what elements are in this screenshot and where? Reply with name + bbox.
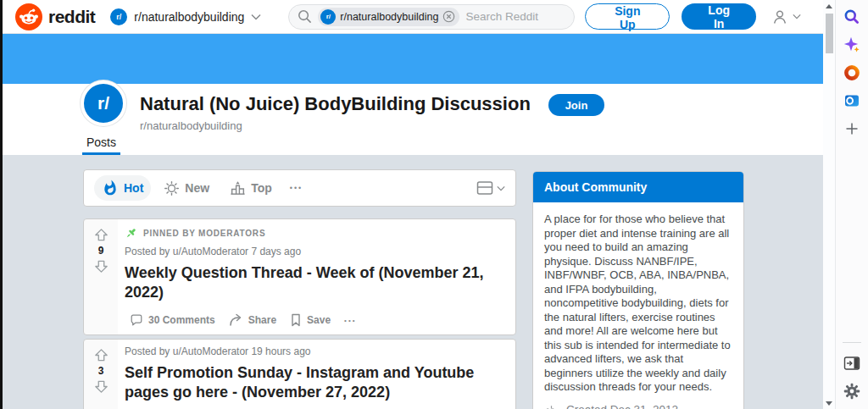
bing-search-icon[interactable] (843, 8, 861, 26)
snoo-icon (15, 3, 42, 30)
chevron-down-icon (793, 14, 801, 19)
browser-scrollbar[interactable] (823, 0, 835, 409)
about-community-body: A place for for those who believe that p… (533, 202, 743, 409)
login-button[interactable]: Log In (682, 3, 756, 30)
divider (843, 342, 861, 343)
created-label: Created Dec 31, 2012 (566, 403, 678, 409)
chip-remove-icon[interactable] (442, 10, 455, 23)
community-title: Natural (No Juice) BodyBuilding Discussi… (140, 93, 531, 115)
post-meta[interactable]: Posted by u/AutoModerator 19 hours ago (125, 345, 507, 357)
scroll-down-icon[interactable] (826, 401, 832, 406)
save-label: Save (307, 314, 331, 326)
bookmark-icon (290, 313, 302, 327)
community-avatar[interactable]: r/ (81, 80, 126, 126)
vote-count: 9 (98, 245, 104, 257)
chevron-down-icon (251, 14, 261, 20)
posts-column: Hot New (83, 169, 516, 409)
sort-top-label: Top (251, 181, 272, 195)
share-icon (229, 313, 243, 327)
community-chip[interactable]: r/ r/naturalbodybuilding (318, 8, 459, 26)
reddit-page: reddit r/ r/naturalbodybuilding r/ r/nat… (0, 0, 823, 409)
add-icon[interactable] (843, 119, 861, 138)
community-created: Created Dec 31, 2012 (544, 402, 732, 409)
outlook-icon[interactable] (843, 91, 861, 110)
share-button[interactable]: Share (224, 310, 281, 330)
post-content: PINNED BY MODERATORS Posted by u/AutoMod… (118, 219, 515, 334)
person-icon (770, 7, 790, 27)
page-body: Hot New (3, 155, 823, 409)
chip-label: r/naturalbodybuilding (340, 11, 438, 23)
reddit-wordmark: reddit (48, 7, 95, 27)
post-actions: 30 Comments Share (125, 310, 507, 330)
vote-count: 3 (98, 365, 104, 377)
join-button[interactable]: Join (548, 94, 604, 116)
post-card[interactable]: 9 (83, 218, 516, 335)
scroll-thumb[interactable] (826, 14, 833, 53)
selected-community-label: r/naturalbodybuilding (134, 10, 244, 24)
pinned-badge: PINNED BY MODERATORS (125, 227, 507, 240)
search-bar[interactable]: r/ r/naturalbodybuilding (288, 4, 575, 30)
search-input[interactable] (465, 10, 565, 23)
vote-column: 3 (84, 340, 118, 409)
community-name: r/naturalbodybuilding (140, 119, 531, 132)
community-icon: r/ (110, 8, 127, 25)
scroll-up-icon[interactable] (826, 4, 832, 8)
comments-button[interactable]: 30 Comments (125, 310, 220, 330)
vote-column: 9 (84, 219, 118, 334)
post-title[interactable]: Weekly Question Thread - Week of (Novemb… (125, 263, 507, 302)
upvote-icon[interactable] (93, 347, 109, 363)
pinned-label: PINNED BY MODERATORS (143, 229, 265, 238)
sort-hot-button[interactable]: Hot (94, 175, 151, 201)
sort-hot-label: Hot (124, 181, 143, 195)
flame-icon (102, 180, 119, 196)
card-view-icon (476, 180, 493, 196)
pin-icon (125, 227, 137, 240)
view-selector[interactable] (476, 180, 505, 196)
user-menu[interactable] (770, 7, 801, 27)
search-icon (298, 9, 312, 24)
cake-icon (544, 402, 559, 409)
top-icon (230, 180, 246, 196)
post-meta[interactable]: Posted by u/AutoModerator 7 days ago (125, 246, 507, 257)
sort-new-button[interactable]: New (156, 176, 217, 201)
comment-icon (130, 313, 143, 327)
copilot-icon[interactable] (843, 36, 861, 54)
community-selector[interactable]: r/ r/naturalbodybuilding (103, 4, 268, 30)
sort-new-label: New (185, 181, 209, 195)
office-icon[interactable] (843, 64, 861, 82)
signup-button[interactable]: Sign Up (585, 3, 670, 30)
post-more-button[interactable]: ••• (339, 313, 361, 328)
edge-sidebar (835, 0, 868, 409)
open-sidebar-icon[interactable] (843, 354, 861, 373)
new-icon (164, 180, 180, 196)
about-community-header: About Community (533, 172, 743, 202)
comments-label: 30 Comments (148, 314, 215, 326)
upvote-icon[interactable] (93, 227, 109, 243)
community-header: r/ Natural (No Juice) BodyBuilding Discu… (3, 84, 823, 155)
about-community-description: A place for for those who believe that p… (544, 213, 732, 395)
community-banner (3, 34, 823, 84)
settings-icon[interactable] (843, 382, 861, 401)
chip-community-icon: r/ (320, 9, 336, 25)
sort-more-button[interactable]: ••• (285, 180, 308, 196)
save-button[interactable]: Save (285, 310, 336, 330)
community-title-block: Natural (No Juice) BodyBuilding Discussi… (140, 93, 531, 132)
sort-top-button[interactable]: Top (222, 176, 280, 201)
post-title[interactable]: Self Promotion Sunday - Instagram and Yo… (125, 363, 507, 402)
top-nav: reddit r/ r/naturalbodybuilding r/ r/nat… (3, 0, 823, 34)
downvote-icon[interactable] (93, 258, 109, 274)
sort-bar: Hot New (83, 169, 516, 207)
post-card[interactable]: 3 Posted by u/AutoModerator 19 hours ago… (83, 339, 516, 409)
reddit-logo[interactable]: reddit (15, 3, 95, 30)
share-label: Share (248, 314, 276, 326)
browser-window: reddit r/ r/naturalbodybuilding r/ r/nat… (0, 0, 868, 409)
chevron-down-icon (497, 185, 505, 191)
downvote-icon[interactable] (93, 379, 109, 395)
post-content: Posted by u/AutoModerator 19 hours ago S… (118, 340, 515, 409)
tab-posts[interactable]: Posts (82, 135, 120, 155)
about-community-card: About Community A place for for those wh… (532, 171, 744, 409)
